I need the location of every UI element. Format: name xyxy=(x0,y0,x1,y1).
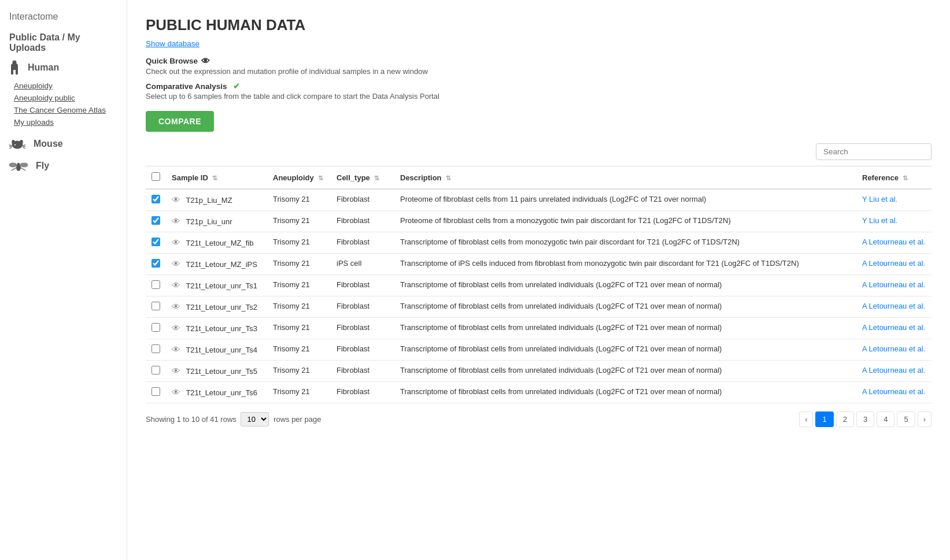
row-cell-type: Fibroblast xyxy=(331,189,394,211)
reference-link-3[interactable]: A Letourneau et al. xyxy=(862,259,925,268)
row-cell-type: Fibroblast xyxy=(331,361,394,382)
row-checkbox-2[interactable] xyxy=(151,238,160,246)
reference-link-2[interactable]: A Letourneau et al. xyxy=(862,238,925,246)
th-aneuploidy[interactable]: Aneuploidy ⇅ xyxy=(267,166,331,190)
eye-icon-1[interactable]: 👁 xyxy=(172,216,180,226)
pagination-page-1[interactable]: 1 xyxy=(815,411,833,427)
row-checkbox-cell[interactable] xyxy=(146,382,166,403)
pagination-page-4[interactable]: 4 xyxy=(877,411,894,427)
eye-icon-3[interactable]: 👁 xyxy=(172,259,180,269)
sort-icon-desc: ⇅ xyxy=(446,175,451,181)
row-description: Proteome of fibroblast cells from a mono… xyxy=(394,211,856,232)
quick-browse-section: Quick Browse 👁 Check out the expression … xyxy=(146,56,931,76)
row-cell-type: Fibroblast xyxy=(331,211,394,232)
th-description[interactable]: Description ⇅ xyxy=(394,166,856,190)
row-checkbox-7[interactable] xyxy=(151,344,160,353)
row-checkbox-9[interactable] xyxy=(151,387,160,396)
sidebar-item-my-uploads[interactable]: My uploads xyxy=(9,116,117,128)
row-checkbox-3[interactable] xyxy=(151,259,160,268)
row-reference: A Letourneau et al. xyxy=(856,254,931,275)
row-sample-id: 👁 T21t_Letour_unr_Ts2 xyxy=(166,296,267,318)
eye-icon-4[interactable]: 👁 xyxy=(172,280,180,290)
search-bar-container xyxy=(146,143,931,160)
species-name-human: Human xyxy=(28,62,59,73)
row-description: Proteome of fibroblast cells from 11 pai… xyxy=(394,189,856,211)
show-database-link[interactable]: Show database xyxy=(146,39,199,48)
row-description: Transcriptome of fibroblast cells from u… xyxy=(394,339,856,361)
sidebar-species-title-mouse[interactable]: Mouse xyxy=(9,138,117,150)
row-checkbox-1[interactable] xyxy=(151,216,160,225)
pagination-prev[interactable]: ‹ xyxy=(799,411,813,427)
sample-id-value: T21t_Letour_unr_Ts6 xyxy=(186,388,257,397)
search-input[interactable] xyxy=(816,143,931,160)
pagination-info: Showing 1 to 10 of 41 rows 10 25 50 rows… xyxy=(146,412,321,427)
row-checkbox-0[interactable] xyxy=(151,195,160,203)
row-checkbox-cell[interactable] xyxy=(146,275,166,296)
row-aneuploidy: Trisomy 21 xyxy=(267,361,331,382)
row-aneuploidy: Trisomy 21 xyxy=(267,382,331,403)
row-checkbox-cell[interactable] xyxy=(146,189,166,211)
sample-id-value: T21p_Liu_MZ xyxy=(186,196,232,205)
rows-per-page-select[interactable]: 10 25 50 xyxy=(241,412,269,427)
pagination-buttons: ‹12345› xyxy=(799,411,931,427)
row-cell-type: Fibroblast xyxy=(331,296,394,318)
sidebar-species-human: HumanAneuploidyAneuploidy publicThe Canc… xyxy=(9,60,117,128)
pagination-page-5[interactable]: 5 xyxy=(897,411,915,427)
table-row: 👁 T21t_Letour_unr_Ts5 Trisomy 21 Fibrobl… xyxy=(146,361,931,382)
row-checkbox-5[interactable] xyxy=(151,302,160,310)
page-title: PUBLIC HUMAN DATA xyxy=(146,16,931,34)
reference-link-6[interactable]: A Letourneau et al. xyxy=(862,323,925,332)
reference-link-9[interactable]: A Letourneau et al. xyxy=(862,387,925,396)
sidebar-item-the-cancer-genome-atlas[interactable]: The Cancer Genome Atlas xyxy=(9,104,117,116)
sample-id-value: T21t_Letour_unr_Ts2 xyxy=(186,303,257,311)
eye-icon-5[interactable]: 👁 xyxy=(172,302,180,311)
reference-link-0[interactable]: Y Liu et al. xyxy=(862,195,897,203)
row-checkbox-cell[interactable] xyxy=(146,232,166,254)
row-checkbox-6[interactable] xyxy=(151,323,160,332)
pagination-page-3[interactable]: 3 xyxy=(856,411,874,427)
row-checkbox-cell[interactable] xyxy=(146,361,166,382)
pagination-next[interactable]: › xyxy=(918,411,931,427)
row-checkbox-cell[interactable] xyxy=(146,339,166,361)
eye-icon-9[interactable]: 👁 xyxy=(172,387,180,397)
select-all-checkbox[interactable] xyxy=(151,172,160,181)
row-description: Transcriptome of fibroblast cells from u… xyxy=(394,382,856,403)
row-sample-id: 👁 T21t_Letour_unr_Ts4 xyxy=(166,339,267,361)
th-reference[interactable]: Reference ⇅ xyxy=(856,166,931,190)
table-row: 👁 T21p_Liu_MZ Trisomy 21 Fibroblast Prot… xyxy=(146,189,931,211)
row-sample-id: 👁 T21t_Letour_MZ_iPS xyxy=(166,254,267,275)
eye-icon-2[interactable]: 👁 xyxy=(172,238,180,247)
svg-line-7 xyxy=(23,145,25,146)
row-aneuploidy: Trisomy 21 xyxy=(267,254,331,275)
eye-icon-8[interactable]: 👁 xyxy=(172,366,180,376)
row-checkbox-cell[interactable] xyxy=(146,254,166,275)
eye-icon-7[interactable]: 👁 xyxy=(172,344,180,354)
reference-link-5[interactable]: A Letourneau et al. xyxy=(862,302,925,310)
row-checkbox-4[interactable] xyxy=(151,280,160,289)
comp-analysis-label: Comparative Analysis ✔ xyxy=(146,81,931,91)
th-sample-id[interactable]: Sample ID ⇅ xyxy=(166,166,267,190)
sidebar-species-title-human[interactable]: Human xyxy=(9,60,117,75)
reference-link-8[interactable]: A Letourneau et al. xyxy=(862,366,925,374)
th-cell-type[interactable]: Cell_type ⇅ xyxy=(331,166,394,190)
compare-button[interactable]: COMPARE xyxy=(146,111,214,132)
human-icon xyxy=(9,60,23,75)
main-content: PUBLIC HUMAN DATA Show database Quick Br… xyxy=(127,0,950,560)
row-checkbox-8[interactable] xyxy=(151,366,160,374)
sidebar-item-aneuploidy-public[interactable]: Aneuploidy public xyxy=(9,92,117,104)
sample-id-value: T21t_Letour_unr_Ts1 xyxy=(186,281,257,290)
sidebar-species-title-fly[interactable]: Fly xyxy=(9,160,117,172)
sidebar-item-aneuploidy[interactable]: Aneuploidy xyxy=(9,80,117,92)
sort-icon-sample: ⇅ xyxy=(212,175,217,181)
row-checkbox-cell[interactable] xyxy=(146,296,166,318)
eye-icon-6[interactable]: 👁 xyxy=(172,323,180,333)
eye-icon-0[interactable]: 👁 xyxy=(172,195,180,205)
reference-link-4[interactable]: A Letourneau et al. xyxy=(862,280,925,289)
reference-link-7[interactable]: A Letourneau et al. xyxy=(862,344,925,353)
row-checkbox-cell[interactable] xyxy=(146,211,166,232)
row-checkbox-cell[interactable] xyxy=(146,318,166,339)
reference-link-1[interactable]: Y Liu et al. xyxy=(862,216,897,225)
svg-point-4 xyxy=(12,140,14,144)
pagination-page-2[interactable]: 2 xyxy=(836,411,854,427)
sort-icon-celltype: ⇅ xyxy=(374,175,379,181)
